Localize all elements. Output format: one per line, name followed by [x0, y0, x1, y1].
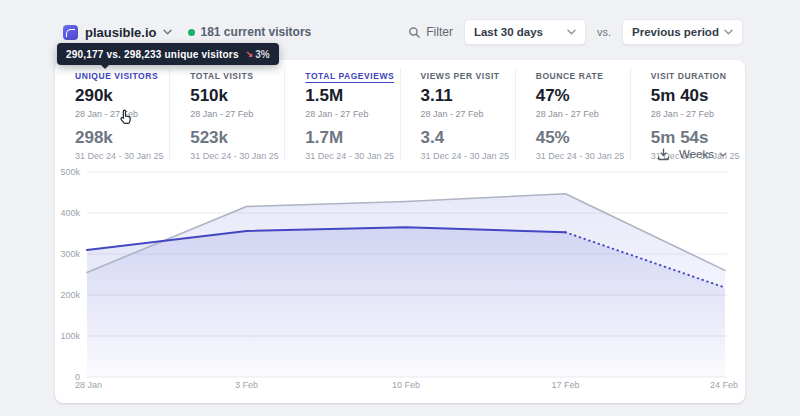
- metric-period: 28 Jan - 27 Feb: [190, 109, 280, 119]
- metric-value: 5m 40s: [651, 86, 741, 106]
- metric-period: 28 Jan - 27 Feb: [75, 109, 165, 119]
- metric-prev-value: 45%: [536, 128, 626, 148]
- visitors-line-chart[interactable]: 0100k200k300k400k500k28 Jan3 Feb10 Feb17…: [55, 160, 745, 403]
- metric-period: 28 Jan - 27 Feb: [421, 109, 511, 119]
- metric-prev-value: 298k: [75, 128, 165, 148]
- metric-label: TOTAL VISITS: [190, 71, 280, 81]
- svg-text:10 Feb: 10 Feb: [392, 380, 420, 390]
- metric-total-visits[interactable]: TOTAL VISITS 510k 28 Jan - 27 Feb 523k 3…: [169, 68, 284, 161]
- header-controls: Filter Last 30 days vs. Previous period: [408, 19, 743, 45]
- metric-period: 28 Jan - 27 Feb: [305, 109, 395, 119]
- metric-value: 510k: [190, 86, 280, 106]
- metric-value: 1.5M: [305, 86, 395, 106]
- metric-hover-tooltip: 290,177 vs. 298,233 unique visitors ↘ 3%: [57, 43, 279, 65]
- metric-views-per-visit[interactable]: VIEWS PER VISIT 3.11 28 Jan - 27 Feb 3.4…: [400, 68, 515, 161]
- metric-label: VISIT DURATION: [651, 71, 741, 81]
- site-name[interactable]: plausible.io: [85, 25, 157, 40]
- download-icon: [657, 148, 670, 161]
- metric-prev-value: 3.4: [421, 128, 511, 148]
- vs-label: vs.: [597, 26, 611, 38]
- analytics-card: UNIQUE VISITORS 290k 28 Jan - 27 Feb 298…: [55, 60, 745, 403]
- interval-select[interactable]: Weeks: [679, 148, 727, 160]
- svg-text:24 Feb: 24 Feb: [710, 380, 738, 390]
- metric-period: 28 Jan - 27 Feb: [651, 109, 741, 119]
- metric-label: TOTAL PAGEVIEWS: [305, 71, 395, 81]
- svg-text:200k: 200k: [60, 290, 80, 300]
- svg-text:28 Jan: 28 Jan: [75, 380, 102, 390]
- filter-button[interactable]: Filter: [408, 25, 453, 39]
- comparison-select[interactable]: Previous period: [622, 19, 743, 45]
- plausible-dashboard: plausible.io 181 current visitors Filter…: [0, 0, 800, 416]
- plausible-logo-icon: [63, 25, 78, 40]
- date-range-value: Last 30 days: [474, 26, 543, 38]
- svg-text:400k: 400k: [60, 208, 80, 218]
- metric-value: 47%: [536, 86, 626, 106]
- tooltip-change: ↘ 3%: [246, 49, 270, 60]
- tooltip-caret: [100, 64, 110, 69]
- chevron-down-icon: [719, 152, 727, 157]
- comparison-value: Previous period: [632, 26, 719, 38]
- site-switcher[interactable]: plausible.io 181 current visitors: [63, 22, 311, 42]
- svg-text:500k: 500k: [60, 167, 80, 177]
- metric-value: 3.11: [421, 86, 511, 106]
- tooltip-text: 290,177 vs. 298,233 unique visitors: [66, 49, 239, 60]
- metric-value: 290k: [75, 86, 165, 106]
- metric-prev-value: 1.7M: [305, 128, 395, 148]
- interval-value: Weeks: [679, 148, 714, 160]
- metric-unique-visitors[interactable]: UNIQUE VISITORS 290k 28 Jan - 27 Feb 298…: [55, 68, 169, 161]
- export-button[interactable]: [657, 148, 670, 161]
- metric-bounce-rate[interactable]: BOUNCE RATE 47% 28 Jan - 27 Feb 45% 31 D…: [515, 68, 630, 161]
- live-dot-icon: [188, 29, 195, 36]
- metric-label: VIEWS PER VISIT: [421, 71, 511, 81]
- metric-prev-value: 523k: [190, 128, 280, 148]
- filter-label: Filter: [426, 25, 453, 39]
- metric-total-pageviews[interactable]: TOTAL PAGEVIEWS 1.5M 28 Jan - 27 Feb 1.7…: [284, 68, 399, 161]
- metric-period: 28 Jan - 27 Feb: [536, 109, 626, 119]
- metric-label: UNIQUE VISITORS: [75, 71, 165, 81]
- date-range-select[interactable]: Last 30 days: [464, 19, 586, 45]
- chevron-down-icon: [724, 29, 733, 35]
- current-visitors-label: 181 current visitors: [201, 25, 312, 39]
- metric-label: BOUNCE RATE: [536, 71, 626, 81]
- chevron-down-icon: [567, 29, 576, 35]
- svg-text:100k: 100k: [60, 331, 80, 341]
- chevron-down-icon[interactable]: [163, 29, 172, 35]
- search-icon: [408, 26, 421, 39]
- svg-text:300k: 300k: [60, 249, 80, 259]
- arrow-down-right-icon: ↘: [246, 49, 254, 59]
- current-visitors[interactable]: 181 current visitors: [188, 25, 312, 39]
- svg-text:3 Feb: 3 Feb: [235, 380, 258, 390]
- metrics-row: UNIQUE VISITORS 290k 28 Jan - 27 Feb 298…: [55, 68, 745, 161]
- svg-text:17 Feb: 17 Feb: [551, 380, 579, 390]
- tooltip-change-percent: 3%: [255, 49, 269, 60]
